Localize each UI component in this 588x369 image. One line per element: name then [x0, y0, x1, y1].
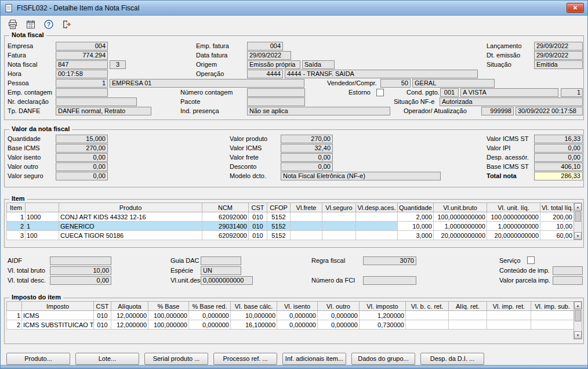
cond-pgto-codigo-field[interactable]: 001 [440, 88, 459, 97]
serial-produto-button[interactable]: Serial produto ... [144, 353, 208, 365]
valor-icms-field[interactable]: 32,40 [281, 144, 333, 153]
cell[interactable]: 10,00 [540, 222, 574, 231]
dt-emissao-field[interactable]: 29/09/2022 [534, 51, 583, 60]
cell[interactable] [291, 231, 322, 240]
table-row[interactable]: 1 1000 CONJ ART KIDS 44332 12-16 6209200… [7, 212, 574, 222]
dados-do-grupo-button[interactable]: Dados do grupo... [351, 353, 415, 365]
cell[interactable]: 16,100000 [231, 320, 277, 330]
situacao-nfe-field[interactable]: Autorizada [440, 97, 583, 106]
cell[interactable]: 5152 [267, 222, 291, 231]
cell[interactable]: 10,000 [398, 222, 434, 231]
data-fatura-field[interactable]: 29/09/2022 [247, 51, 291, 60]
cell[interactable]: 100,0000000000 [487, 212, 540, 222]
emp-fatura-field[interactable]: 004 [247, 42, 283, 50]
cell[interactable]: 60,00 [540, 231, 574, 240]
operador-codigo-field[interactable]: 999998 [481, 107, 514, 115]
cell[interactable]: 010 [249, 231, 267, 240]
desp-acessor-field[interactable]: 0,00 [534, 153, 583, 162]
nr-declaracao-field[interactable] [56, 97, 137, 106]
cell[interactable]: ICMS [22, 311, 94, 320]
vl-unit-desc-field[interactable]: 0,0000000000 [201, 276, 253, 285]
lancamento-field[interactable]: 29/09/2022 [534, 42, 583, 50]
cell[interactable]: 0,000000 [189, 311, 231, 320]
guia-dac-field[interactable] [201, 256, 241, 265]
cell[interactable] [291, 222, 322, 231]
print-icon[interactable] [6, 17, 20, 31]
cell[interactable]: 20,0000000000 [487, 231, 540, 240]
cell[interactable] [322, 212, 356, 222]
operacao-codigo-field[interactable]: 4444 [247, 70, 283, 78]
cell[interactable] [531, 311, 574, 320]
cell[interactable]: 1,0000000000 [434, 222, 487, 231]
cell[interactable] [356, 231, 398, 240]
cell[interactable]: 100,0000000000 [434, 212, 487, 222]
cell[interactable] [449, 311, 487, 320]
operador-datahora-field[interactable]: 30/09/2022 00:17:58 [516, 107, 583, 115]
cell[interactable]: 62092000 [202, 212, 249, 222]
table-row[interactable]: 3 100 CUECA TIGOR 50186 62092000 010 515… [7, 231, 574, 240]
valor-icms-st-field[interactable]: 16,33 [534, 135, 583, 143]
help-icon[interactable]: ? [42, 17, 56, 31]
cell[interactable]: 0,730000 [360, 320, 406, 330]
cell[interactable]: 1,200000 [360, 311, 406, 320]
imposto-table-scrollbar[interactable]: ▲ ▼ [574, 301, 582, 339]
especie-field[interactable]: UN [201, 266, 241, 275]
scroll-up-icon[interactable]: ▲ [574, 302, 582, 309]
cell[interactable]: 5152 [267, 212, 291, 222]
cell[interactable]: 1 [26, 222, 59, 231]
vl-total-desc-field[interactable]: 0,00 [50, 276, 111, 285]
estorno-checkbox[interactable] [376, 89, 384, 96]
processo-ref-button[interactable]: Processo ref. ... [213, 353, 277, 365]
hora-field[interactable]: 00:17:58 [56, 70, 108, 78]
operacao-descricao-field[interactable]: 4444 - TRANSF. SAIDA [285, 70, 478, 78]
ind-presenca-field[interactable]: Não se aplica [247, 107, 390, 115]
cell[interactable]: 2 [7, 222, 26, 231]
cell[interactable]: 0,000000 [189, 320, 231, 330]
cell[interactable]: 200,00 [540, 212, 574, 222]
cell[interactable] [531, 320, 574, 330]
modelo-dcto-field[interactable]: Nota Fiscal Eletrônica (NF-e) [281, 172, 441, 180]
cell[interactable]: 20,0000000000 [434, 231, 487, 240]
cell[interactable] [406, 320, 449, 330]
valor-parcela-imp-field[interactable] [553, 276, 583, 285]
valor-ipi-field[interactable]: 0,00 [534, 144, 583, 153]
situacao-field[interactable]: Emitida [534, 60, 583, 69]
produto-button[interactable]: Produto... [6, 353, 70, 365]
calendar-icon[interactable] [24, 17, 38, 31]
cell[interactable]: 12,000000 [111, 311, 148, 320]
cell[interactable] [449, 320, 487, 330]
origem-field[interactable]: Emissão própria [247, 60, 300, 69]
cell[interactable]: CONJ ART KIDS 44332 12-16 [59, 212, 202, 222]
cell[interactable]: 010 [94, 311, 111, 320]
cell[interactable] [356, 222, 398, 231]
cell[interactable]: 0,000000 [318, 311, 360, 320]
cell[interactable]: 0,000000 [277, 320, 318, 330]
cell[interactable]: 1 [7, 311, 22, 320]
vl-total-bruto-field[interactable]: 10,00 [50, 266, 111, 275]
cond-pgto-parcelas-field[interactable]: 1 [561, 88, 583, 97]
cell[interactable]: 29031400 [202, 222, 249, 231]
cell[interactable] [487, 320, 531, 330]
numero-fci-field[interactable] [363, 276, 416, 285]
base-icms-field[interactable]: 270,00 [56, 144, 108, 153]
item-table-scrollbar[interactable]: ▲ ▼ [574, 202, 582, 240]
cell[interactable] [291, 212, 322, 222]
scrollbar-thumb[interactable] [575, 211, 581, 222]
cell[interactable]: 1,0000000000 [487, 222, 540, 231]
cell[interactable] [487, 311, 531, 320]
valor-outro-field[interactable]: 0,00 [56, 162, 108, 171]
cell[interactable] [322, 231, 356, 240]
lote-button[interactable]: Lote... [75, 353, 139, 365]
scrollbar-thumb[interactable] [575, 310, 581, 321]
cell[interactable]: 100,000000 [148, 320, 189, 330]
scroll-down-icon[interactable]: ▼ [574, 331, 582, 339]
servico-checkbox[interactable] [527, 256, 535, 264]
cell[interactable]: CUECA TIGOR 50186 [59, 231, 202, 240]
cell[interactable]: 2 [7, 320, 22, 330]
cell[interactable]: 10,000000 [231, 311, 277, 320]
nota-fiscal-field[interactable]: 847 [56, 60, 108, 69]
scroll-up-icon[interactable]: ▲ [574, 203, 582, 211]
cell[interactable]: GENERICO [59, 222, 202, 231]
cell[interactable]: 12,000000 [111, 320, 148, 330]
desp-da-di-button[interactable]: Desp. da D.I. ... [420, 353, 484, 365]
